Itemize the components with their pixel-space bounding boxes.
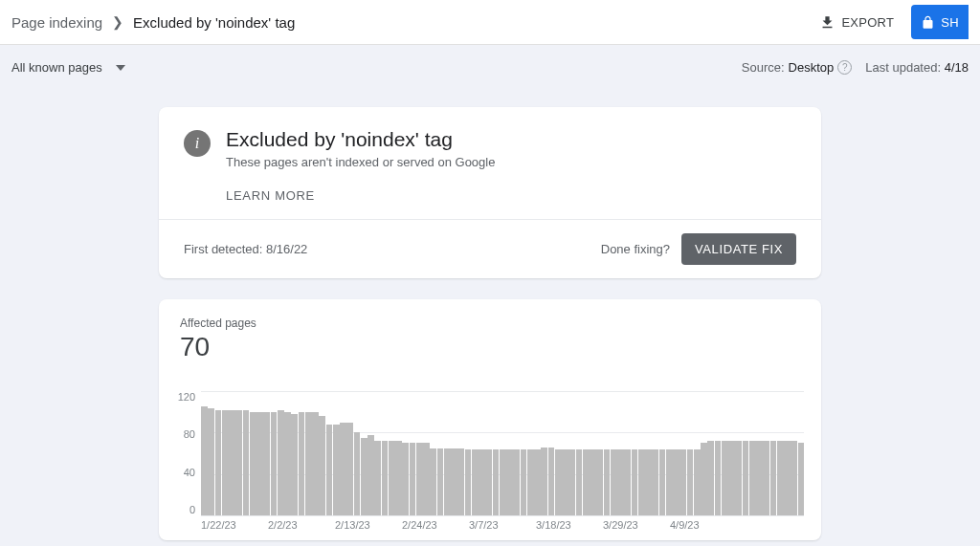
chart-bar[interactable] bbox=[521, 449, 527, 515]
chart-bar[interactable] bbox=[382, 441, 389, 515]
chart-bar[interactable] bbox=[291, 414, 298, 515]
chart-bar[interactable] bbox=[284, 412, 291, 515]
chart-bar[interactable] bbox=[389, 441, 395, 515]
chart-bar[interactable] bbox=[568, 449, 575, 515]
chart-bar[interactable] bbox=[271, 412, 278, 515]
chart-bar[interactable] bbox=[555, 449, 562, 515]
chart-bar[interactable] bbox=[715, 441, 722, 515]
chart-bar[interactable] bbox=[374, 441, 381, 515]
chart-bar[interactable] bbox=[263, 412, 270, 515]
chart-bar[interactable] bbox=[604, 449, 611, 515]
chart-bar[interactable] bbox=[632, 449, 638, 515]
share-button[interactable]: SH bbox=[911, 5, 969, 39]
chart-bar[interactable] bbox=[576, 449, 583, 515]
chart-bar[interactable] bbox=[743, 441, 749, 515]
updated-prefix: Last updated: bbox=[865, 60, 941, 75]
breadcrumb-current: Excluded by 'noindex' tag bbox=[133, 14, 295, 31]
chart-bar[interactable] bbox=[215, 410, 222, 516]
chart-bar[interactable] bbox=[326, 425, 333, 515]
chart-bar[interactable] bbox=[777, 441, 784, 515]
chart-bar[interactable] bbox=[666, 449, 673, 515]
last-updated: Last updated: 4/18 bbox=[865, 60, 969, 75]
chart-bar[interactable] bbox=[299, 412, 305, 515]
chart-bar[interactable] bbox=[479, 449, 485, 515]
source-prefix: Source: bbox=[742, 60, 785, 75]
chart-bar[interactable] bbox=[590, 449, 596, 515]
chart-bar[interactable] bbox=[791, 441, 797, 515]
chart-bar[interactable] bbox=[340, 423, 346, 516]
chart-bar[interactable] bbox=[437, 448, 444, 515]
chart-bar[interactable] bbox=[784, 441, 791, 515]
chart-bar[interactable] bbox=[423, 443, 430, 515]
chart-bar[interactable] bbox=[312, 412, 319, 515]
chart-bar[interactable] bbox=[250, 412, 256, 515]
chart-bar[interactable] bbox=[798, 443, 805, 515]
chart-bar[interactable] bbox=[763, 441, 769, 515]
filter-dropdown[interactable]: All known pages bbox=[11, 60, 125, 75]
chart-bar[interactable] bbox=[222, 410, 229, 516]
chart-bar[interactable] bbox=[583, 449, 590, 515]
chart-bar[interactable] bbox=[235, 410, 242, 516]
chart-bar[interactable] bbox=[361, 438, 368, 515]
chart-bar[interactable] bbox=[645, 449, 652, 515]
validate-fix-button[interactable]: VALIDATE FIX bbox=[681, 233, 796, 265]
breadcrumb-parent[interactable]: Page indexing bbox=[11, 14, 102, 31]
chart-bar[interactable] bbox=[617, 449, 624, 515]
chart-bar[interactable] bbox=[513, 449, 520, 515]
chart-bar[interactable] bbox=[756, 441, 763, 515]
chart-bar[interactable] bbox=[485, 449, 492, 515]
chart-bar[interactable] bbox=[638, 449, 645, 515]
chart-bar[interactable] bbox=[229, 410, 235, 516]
chart-bar[interactable] bbox=[749, 441, 756, 515]
chart-bar[interactable] bbox=[201, 406, 208, 515]
chart-bar[interactable] bbox=[673, 449, 679, 515]
chart-bar[interactable] bbox=[687, 449, 694, 515]
chart-bar[interactable] bbox=[354, 432, 361, 515]
chart-bar[interactable] bbox=[694, 449, 701, 515]
chart-bar[interactable] bbox=[208, 408, 214, 515]
chart-bar[interactable] bbox=[770, 441, 777, 515]
chart-bar[interactable] bbox=[416, 443, 423, 515]
chart-bar[interactable] bbox=[728, 441, 735, 515]
chart-bar[interactable] bbox=[701, 443, 707, 515]
export-label: EXPORT bbox=[841, 15, 894, 30]
chart-bar[interactable] bbox=[506, 449, 513, 515]
chart-bar[interactable] bbox=[562, 449, 568, 515]
chart-bar[interactable] bbox=[243, 410, 250, 516]
chart-bar[interactable] bbox=[278, 410, 284, 516]
chart-bar[interactable] bbox=[472, 449, 479, 515]
chart-bar[interactable] bbox=[368, 435, 374, 516]
chart-bar[interactable] bbox=[534, 449, 541, 515]
help-icon[interactable]: ? bbox=[837, 60, 852, 75]
chart-bar[interactable] bbox=[256, 412, 263, 515]
chart-bar[interactable] bbox=[659, 449, 666, 515]
chart-bar[interactable] bbox=[305, 412, 312, 515]
chart-bar[interactable] bbox=[346, 423, 353, 516]
chart-bar[interactable] bbox=[541, 448, 547, 516]
chart-bar[interactable] bbox=[465, 449, 472, 515]
export-button[interactable]: EXPORT bbox=[812, 9, 902, 36]
chart-bar[interactable] bbox=[722, 441, 728, 515]
chart-bar[interactable] bbox=[707, 441, 714, 515]
chart-bar[interactable] bbox=[410, 443, 416, 515]
chart-bar[interactable] bbox=[652, 449, 658, 515]
chart-bar[interactable] bbox=[395, 441, 402, 515]
chart-bar[interactable] bbox=[735, 441, 742, 515]
chart-bar[interactable] bbox=[596, 449, 603, 515]
chart-bar[interactable] bbox=[624, 449, 631, 515]
chart-bar[interactable] bbox=[333, 425, 340, 515]
chart-bar[interactable] bbox=[493, 449, 500, 515]
chart-bar[interactable] bbox=[611, 449, 617, 515]
chart-bar[interactable] bbox=[444, 448, 451, 515]
chart-bar[interactable] bbox=[679, 449, 686, 515]
learn-more-button[interactable]: LEARN MORE bbox=[226, 188, 315, 203]
chart-bar[interactable] bbox=[500, 449, 506, 515]
chart-bar[interactable] bbox=[527, 449, 534, 515]
done-fixing-label: Done fixing? bbox=[601, 242, 670, 256]
chart-bar[interactable] bbox=[430, 448, 436, 515]
chart-bar[interactable] bbox=[319, 416, 325, 515]
chart-bar[interactable] bbox=[451, 448, 457, 515]
chart-bar[interactable] bbox=[457, 448, 464, 515]
chart-bar[interactable] bbox=[548, 448, 555, 516]
chart-bar[interactable] bbox=[402, 443, 409, 515]
